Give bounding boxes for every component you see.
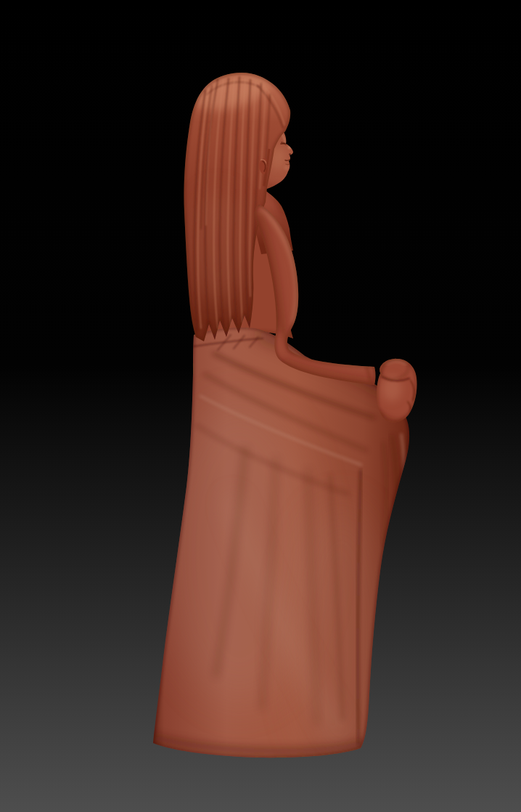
eye-line xyxy=(281,144,285,145)
sculpt-viewport[interactable] xyxy=(0,0,521,812)
sculpt-canvas[interactable] xyxy=(0,0,521,812)
chin-highlight xyxy=(284,166,289,170)
